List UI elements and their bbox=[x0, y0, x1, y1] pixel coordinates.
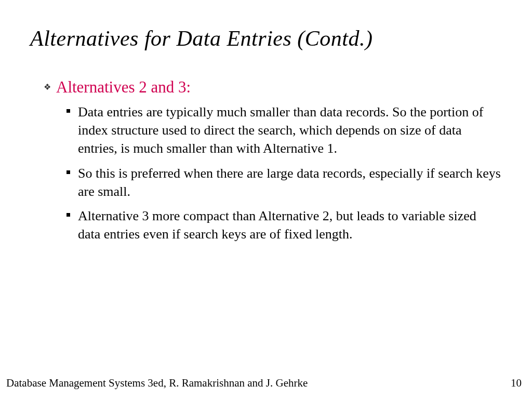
footer-page-number: 10 bbox=[511, 377, 522, 390]
sub-bullet-text: Data entries are typically much smaller … bbox=[78, 103, 501, 157]
slide-title: Alternatives for Data Entries (Contd.) bbox=[0, 0, 532, 66]
sub-bullets-container: Data entries are typically much smaller … bbox=[56, 98, 501, 243]
footer-source: Database Management Systems 3ed, R. Rama… bbox=[6, 377, 308, 390]
diamond-bullet-icon: ❖ bbox=[44, 82, 51, 92]
slide-content: ❖ Alternatives 2 and 3: Data entries are… bbox=[0, 66, 532, 243]
square-bullet-icon bbox=[66, 109, 70, 113]
main-bullet: ❖ Alternatives 2 and 3: Data entries are… bbox=[56, 77, 501, 243]
main-bullet-text: Alternatives 2 and 3: bbox=[56, 77, 501, 98]
sub-bullet-item: Data entries are typically much smaller … bbox=[78, 103, 501, 157]
slide-footer: Database Management Systems 3ed, R. Rama… bbox=[0, 377, 532, 390]
sub-bullet-item: Alternative 3 more compact than Alternat… bbox=[78, 207, 501, 243]
sub-bullet-text: Alternative 3 more compact than Alternat… bbox=[78, 207, 501, 243]
sub-bullet-item: So this is preferred when there are larg… bbox=[78, 164, 501, 201]
sub-bullet-text: So this is preferred when there are larg… bbox=[78, 164, 501, 201]
square-bullet-icon bbox=[66, 170, 70, 174]
square-bullet-icon bbox=[66, 213, 70, 217]
